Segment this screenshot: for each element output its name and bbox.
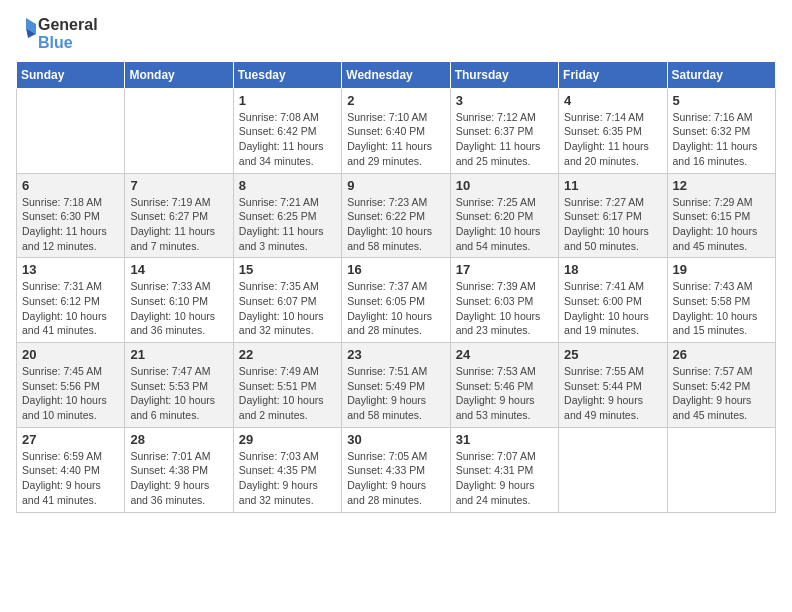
day-number: 12 bbox=[673, 178, 770, 193]
calendar-cell: 10Sunrise: 7:25 AM Sunset: 6:20 PM Dayli… bbox=[450, 173, 558, 258]
day-number: 10 bbox=[456, 178, 553, 193]
calendar-week-4: 20Sunrise: 7:45 AM Sunset: 5:56 PM Dayli… bbox=[17, 343, 776, 428]
day-header-tuesday: Tuesday bbox=[233, 61, 341, 88]
day-info: Sunrise: 7:01 AM Sunset: 4:38 PM Dayligh… bbox=[130, 449, 227, 508]
day-number: 3 bbox=[456, 93, 553, 108]
page-header: General Blue bbox=[16, 16, 776, 53]
calendar-week-1: 1Sunrise: 7:08 AM Sunset: 6:42 PM Daylig… bbox=[17, 88, 776, 173]
day-info: Sunrise: 7:51 AM Sunset: 5:49 PM Dayligh… bbox=[347, 364, 444, 423]
day-header-monday: Monday bbox=[125, 61, 233, 88]
day-number: 8 bbox=[239, 178, 336, 193]
day-info: Sunrise: 7:53 AM Sunset: 5:46 PM Dayligh… bbox=[456, 364, 553, 423]
calendar-cell: 9Sunrise: 7:23 AM Sunset: 6:22 PM Daylig… bbox=[342, 173, 450, 258]
calendar-cell: 8Sunrise: 7:21 AM Sunset: 6:25 PM Daylig… bbox=[233, 173, 341, 258]
day-number: 19 bbox=[673, 262, 770, 277]
day-info: Sunrise: 7:49 AM Sunset: 5:51 PM Dayligh… bbox=[239, 364, 336, 423]
day-number: 31 bbox=[456, 432, 553, 447]
day-number: 23 bbox=[347, 347, 444, 362]
day-info: Sunrise: 7:27 AM Sunset: 6:17 PM Dayligh… bbox=[564, 195, 661, 254]
calendar-cell: 27Sunrise: 6:59 AM Sunset: 4:40 PM Dayli… bbox=[17, 427, 125, 512]
day-info: Sunrise: 7:41 AM Sunset: 6:00 PM Dayligh… bbox=[564, 279, 661, 338]
calendar-cell: 1Sunrise: 7:08 AM Sunset: 6:42 PM Daylig… bbox=[233, 88, 341, 173]
day-info: Sunrise: 7:16 AM Sunset: 6:32 PM Dayligh… bbox=[673, 110, 770, 169]
calendar-cell: 21Sunrise: 7:47 AM Sunset: 5:53 PM Dayli… bbox=[125, 343, 233, 428]
day-number: 29 bbox=[239, 432, 336, 447]
day-number: 9 bbox=[347, 178, 444, 193]
day-info: Sunrise: 7:57 AM Sunset: 5:42 PM Dayligh… bbox=[673, 364, 770, 423]
calendar-cell: 12Sunrise: 7:29 AM Sunset: 6:15 PM Dayli… bbox=[667, 173, 775, 258]
calendar-cell: 29Sunrise: 7:03 AM Sunset: 4:35 PM Dayli… bbox=[233, 427, 341, 512]
logo-line1: General bbox=[38, 16, 98, 34]
day-number: 1 bbox=[239, 93, 336, 108]
day-number: 26 bbox=[673, 347, 770, 362]
day-number: 13 bbox=[22, 262, 119, 277]
day-info: Sunrise: 7:33 AM Sunset: 6:10 PM Dayligh… bbox=[130, 279, 227, 338]
calendar-week-5: 27Sunrise: 6:59 AM Sunset: 4:40 PM Dayli… bbox=[17, 427, 776, 512]
days-header-row: SundayMondayTuesdayWednesdayThursdayFrid… bbox=[17, 61, 776, 88]
logo: General Blue bbox=[16, 16, 98, 53]
logo-bird-icon bbox=[16, 16, 36, 52]
day-number: 5 bbox=[673, 93, 770, 108]
day-info: Sunrise: 7:05 AM Sunset: 4:33 PM Dayligh… bbox=[347, 449, 444, 508]
calendar-cell: 30Sunrise: 7:05 AM Sunset: 4:33 PM Dayli… bbox=[342, 427, 450, 512]
calendar-cell bbox=[559, 427, 667, 512]
calendar-cell: 23Sunrise: 7:51 AM Sunset: 5:49 PM Dayli… bbox=[342, 343, 450, 428]
calendar-cell: 2Sunrise: 7:10 AM Sunset: 6:40 PM Daylig… bbox=[342, 88, 450, 173]
day-header-thursday: Thursday bbox=[450, 61, 558, 88]
day-number: 28 bbox=[130, 432, 227, 447]
day-header-sunday: Sunday bbox=[17, 61, 125, 88]
calendar-cell bbox=[667, 427, 775, 512]
calendar-cell: 16Sunrise: 7:37 AM Sunset: 6:05 PM Dayli… bbox=[342, 258, 450, 343]
logo-line2: Blue bbox=[38, 34, 98, 52]
day-info: Sunrise: 7:45 AM Sunset: 5:56 PM Dayligh… bbox=[22, 364, 119, 423]
calendar-cell: 19Sunrise: 7:43 AM Sunset: 5:58 PM Dayli… bbox=[667, 258, 775, 343]
calendar-cell: 11Sunrise: 7:27 AM Sunset: 6:17 PM Dayli… bbox=[559, 173, 667, 258]
calendar-table: SundayMondayTuesdayWednesdayThursdayFrid… bbox=[16, 61, 776, 513]
calendar-cell: 7Sunrise: 7:19 AM Sunset: 6:27 PM Daylig… bbox=[125, 173, 233, 258]
day-number: 16 bbox=[347, 262, 444, 277]
calendar-cell: 26Sunrise: 7:57 AM Sunset: 5:42 PM Dayli… bbox=[667, 343, 775, 428]
day-info: Sunrise: 7:29 AM Sunset: 6:15 PM Dayligh… bbox=[673, 195, 770, 254]
calendar-cell: 31Sunrise: 7:07 AM Sunset: 4:31 PM Dayli… bbox=[450, 427, 558, 512]
day-number: 11 bbox=[564, 178, 661, 193]
day-number: 17 bbox=[456, 262, 553, 277]
calendar-cell bbox=[17, 88, 125, 173]
calendar-cell: 6Sunrise: 7:18 AM Sunset: 6:30 PM Daylig… bbox=[17, 173, 125, 258]
day-number: 4 bbox=[564, 93, 661, 108]
day-number: 18 bbox=[564, 262, 661, 277]
day-number: 30 bbox=[347, 432, 444, 447]
day-number: 7 bbox=[130, 178, 227, 193]
day-info: Sunrise: 7:39 AM Sunset: 6:03 PM Dayligh… bbox=[456, 279, 553, 338]
day-info: Sunrise: 7:07 AM Sunset: 4:31 PM Dayligh… bbox=[456, 449, 553, 508]
day-info: Sunrise: 7:19 AM Sunset: 6:27 PM Dayligh… bbox=[130, 195, 227, 254]
day-number: 24 bbox=[456, 347, 553, 362]
day-header-friday: Friday bbox=[559, 61, 667, 88]
calendar-cell: 3Sunrise: 7:12 AM Sunset: 6:37 PM Daylig… bbox=[450, 88, 558, 173]
calendar-cell: 14Sunrise: 7:33 AM Sunset: 6:10 PM Dayli… bbox=[125, 258, 233, 343]
calendar-cell: 4Sunrise: 7:14 AM Sunset: 6:35 PM Daylig… bbox=[559, 88, 667, 173]
day-number: 25 bbox=[564, 347, 661, 362]
calendar-week-2: 6Sunrise: 7:18 AM Sunset: 6:30 PM Daylig… bbox=[17, 173, 776, 258]
calendar-cell: 24Sunrise: 7:53 AM Sunset: 5:46 PM Dayli… bbox=[450, 343, 558, 428]
calendar-week-3: 13Sunrise: 7:31 AM Sunset: 6:12 PM Dayli… bbox=[17, 258, 776, 343]
day-number: 20 bbox=[22, 347, 119, 362]
day-number: 6 bbox=[22, 178, 119, 193]
day-info: Sunrise: 7:03 AM Sunset: 4:35 PM Dayligh… bbox=[239, 449, 336, 508]
calendar-cell: 18Sunrise: 7:41 AM Sunset: 6:00 PM Dayli… bbox=[559, 258, 667, 343]
calendar-cell: 28Sunrise: 7:01 AM Sunset: 4:38 PM Dayli… bbox=[125, 427, 233, 512]
day-info: Sunrise: 7:35 AM Sunset: 6:07 PM Dayligh… bbox=[239, 279, 336, 338]
day-info: Sunrise: 6:59 AM Sunset: 4:40 PM Dayligh… bbox=[22, 449, 119, 508]
day-info: Sunrise: 7:08 AM Sunset: 6:42 PM Dayligh… bbox=[239, 110, 336, 169]
day-header-wednesday: Wednesday bbox=[342, 61, 450, 88]
day-info: Sunrise: 7:12 AM Sunset: 6:37 PM Dayligh… bbox=[456, 110, 553, 169]
day-info: Sunrise: 7:21 AM Sunset: 6:25 PM Dayligh… bbox=[239, 195, 336, 254]
day-info: Sunrise: 7:25 AM Sunset: 6:20 PM Dayligh… bbox=[456, 195, 553, 254]
calendar-cell: 17Sunrise: 7:39 AM Sunset: 6:03 PM Dayli… bbox=[450, 258, 558, 343]
day-info: Sunrise: 7:55 AM Sunset: 5:44 PM Dayligh… bbox=[564, 364, 661, 423]
day-info: Sunrise: 7:10 AM Sunset: 6:40 PM Dayligh… bbox=[347, 110, 444, 169]
calendar-cell: 22Sunrise: 7:49 AM Sunset: 5:51 PM Dayli… bbox=[233, 343, 341, 428]
calendar-cell bbox=[125, 88, 233, 173]
day-info: Sunrise: 7:43 AM Sunset: 5:58 PM Dayligh… bbox=[673, 279, 770, 338]
day-header-saturday: Saturday bbox=[667, 61, 775, 88]
day-number: 2 bbox=[347, 93, 444, 108]
